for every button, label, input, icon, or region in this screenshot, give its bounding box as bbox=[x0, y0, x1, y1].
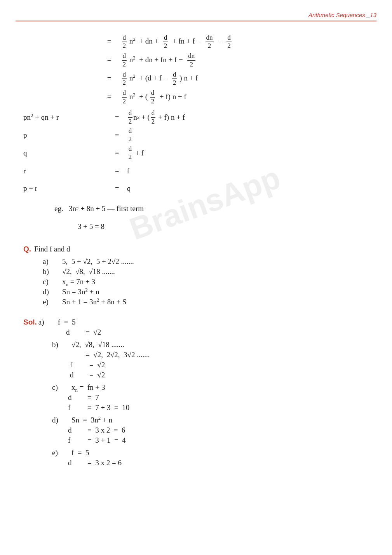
alpha-d: d) bbox=[43, 288, 62, 296]
eq-symbol: = bbox=[103, 70, 115, 87]
sol-b-d-val: = √2 bbox=[89, 371, 105, 379]
eg-calc: 3 + 5 = 8 bbox=[78, 218, 369, 235]
eq-symbol: = bbox=[103, 89, 115, 105]
sol-d-d: d = 3 x 2 = 6 bbox=[68, 426, 369, 435]
alpha-c: c) bbox=[43, 278, 62, 286]
qc-text: xn = 7n + 3 bbox=[62, 278, 95, 286]
qe-row: e) Sn + 1 = 3n2 + 8n + S bbox=[43, 298, 369, 306]
sol-b-f-label: f bbox=[70, 361, 89, 369]
rhs-pr: = q bbox=[109, 180, 131, 197]
rhs-q: = d2 + f bbox=[109, 145, 144, 161]
sol-d-text: Sn = 3n2 + n bbox=[71, 416, 112, 424]
sol-b-text: √2, √8, √18 ....... bbox=[71, 340, 124, 349]
sol-d-f-label: f bbox=[68, 436, 87, 445]
eq-line-4: = d2 n2 + ( d2 + f) n + f bbox=[101, 89, 369, 106]
eq-q: q = d2 + f bbox=[23, 145, 369, 161]
sol-d-row: d) Sn = 3n2 + n bbox=[52, 416, 369, 424]
eq-line-1: = d2 n2 + dn + d2 + fn + f − dn2 − d2 bbox=[101, 33, 369, 50]
qa-row: a) 5, 5 + √2, 5 + 2√2 ....... bbox=[43, 257, 369, 266]
math-expr: d2 n2 + dn + d2 + fn + f − dn2 − d2 bbox=[117, 33, 232, 50]
eq-p-r: p + r = q bbox=[23, 180, 369, 197]
sol-c-d-val: = 7 bbox=[87, 393, 99, 402]
sol-c-text: xn = fn + 3 bbox=[71, 383, 105, 392]
alpha-b: b) bbox=[43, 267, 62, 276]
sol-e-text: f = 5 bbox=[71, 449, 89, 457]
sol-e-row: e) f = 5 bbox=[52, 449, 369, 457]
qd-text: Sn = 3n2 + n bbox=[62, 288, 99, 296]
lhs-r: r bbox=[23, 163, 109, 179]
sol-c-d: d = 7 bbox=[68, 393, 369, 402]
sol-d-d-label: d bbox=[68, 426, 87, 435]
sol-b-expand-text: = √2, 2√2, 3√2 ....... bbox=[85, 351, 150, 359]
eq-p: p = d2 bbox=[23, 127, 369, 143]
math-expr: d2 n2 + ( d2 + f) n + f bbox=[117, 89, 186, 106]
sol-e-d-val: = 3 x 2 = 6 bbox=[87, 459, 122, 467]
sol-alpha-b: b) bbox=[52, 340, 71, 349]
eq-symbol: = bbox=[103, 33, 115, 50]
page-header: Arithmetic Sequences _13 bbox=[0, 8, 392, 21]
alpha-e: e) bbox=[43, 298, 62, 306]
eg-line: eg. 3n2 + 8n + 5 — first term bbox=[54, 201, 369, 217]
sol-b-expand: = √2, 2√2, 3√2 ....... bbox=[85, 351, 369, 359]
lhs-pr: p + r bbox=[23, 180, 109, 197]
sol-e-d: d = 3 x 2 = 6 bbox=[68, 459, 369, 467]
eq-pqr: pn2 + qn + r = d2 n2 + ( d2 + f) n + f bbox=[23, 109, 369, 126]
header-divider bbox=[16, 21, 376, 21]
eq-r: r = f bbox=[23, 163, 369, 179]
sol-b-d-label: d bbox=[70, 371, 89, 379]
sol-a-d-val: = √2 bbox=[85, 328, 101, 337]
qe-text: Sn + 1 = 3n2 + 8n + S bbox=[62, 298, 127, 306]
question-row: Q. Find f and d bbox=[23, 245, 369, 253]
sol-d-d-val: = 3 x 2 = 6 bbox=[87, 426, 125, 435]
q-label: Q. bbox=[23, 245, 31, 253]
rhs-r: = f bbox=[109, 163, 129, 179]
alpha-a: a) bbox=[43, 257, 62, 266]
qa-text: 5, 5 + √2, 5 + 2√2 ....... bbox=[62, 257, 134, 266]
math-expr: d2 n2 + dn + fn + f − dn2 bbox=[117, 52, 196, 69]
sol-c-f-label: f bbox=[68, 403, 87, 412]
qc-row: c) xn = 7n + 3 bbox=[43, 278, 369, 286]
qb-row: b) √2, √8, √18 ....... bbox=[43, 267, 369, 276]
sol-b-f-val: = √2 bbox=[89, 361, 105, 369]
sol-c-f-val: = 7 + 3 = 10 bbox=[87, 403, 129, 412]
sol-b-f: f = √2 bbox=[70, 361, 369, 369]
lhs-label: pn2 + qn + r bbox=[23, 109, 109, 126]
sol-c-d-label: d bbox=[68, 393, 87, 402]
sol-alpha-c: c) bbox=[52, 383, 71, 392]
lhs-p: p bbox=[23, 127, 109, 143]
question-text: Find f and d bbox=[34, 245, 70, 253]
lhs-q: q bbox=[23, 145, 109, 161]
qd-row: d) Sn = 3n2 + n bbox=[43, 288, 369, 296]
qb-text: √2, √8, √18 ....... bbox=[62, 267, 115, 276]
header-title: Arithmetic Sequences _13 bbox=[308, 12, 376, 18]
sol-a-text: f = 5 bbox=[58, 318, 76, 326]
page: BrainsApp Arithmetic Sequences _13 = d2 … bbox=[0, 0, 392, 555]
sol-a-d: d = √2 bbox=[66, 328, 369, 337]
sol-alpha-d: d) bbox=[52, 416, 71, 424]
sol-c-f: f = 7 + 3 = 10 bbox=[68, 403, 369, 412]
sol-a-d-label: d bbox=[66, 328, 85, 337]
eq-symbol: = bbox=[103, 52, 115, 68]
rhs-p: = d2 bbox=[109, 127, 133, 143]
rhs-expr: = d2 n2 + ( d2 + f) n + f bbox=[109, 109, 185, 126]
math-expr: d2 n2 + (d + f − d2 ) n + f bbox=[117, 70, 198, 87]
sol-b-d: d = √2 bbox=[70, 371, 369, 379]
main-content: = d2 n2 + dn + d2 + fn + f − dn2 − d2 = bbox=[0, 33, 392, 467]
sol-e-d-label: d bbox=[68, 459, 87, 467]
sol-row: Sol. a) f = 5 bbox=[23, 318, 369, 326]
sol-c-row: c) xn = fn + 3 bbox=[52, 383, 369, 392]
sol-alpha-a: a) bbox=[38, 318, 58, 326]
eq-line-2: = d2 n2 + dn + fn + f − dn2 bbox=[101, 52, 369, 69]
sol-d-f-val: = 3 + 1 = 4 bbox=[87, 436, 126, 445]
sol-b-row: b) √2, √8, √18 ....... bbox=[52, 340, 369, 349]
sol-label: Sol. bbox=[23, 318, 37, 326]
sol-alpha-e: e) bbox=[52, 449, 71, 457]
sol-d-f: f = 3 + 1 = 4 bbox=[68, 436, 369, 445]
eq-line-3: = d2 n2 + (d + f − d2 ) n + f bbox=[101, 70, 369, 87]
